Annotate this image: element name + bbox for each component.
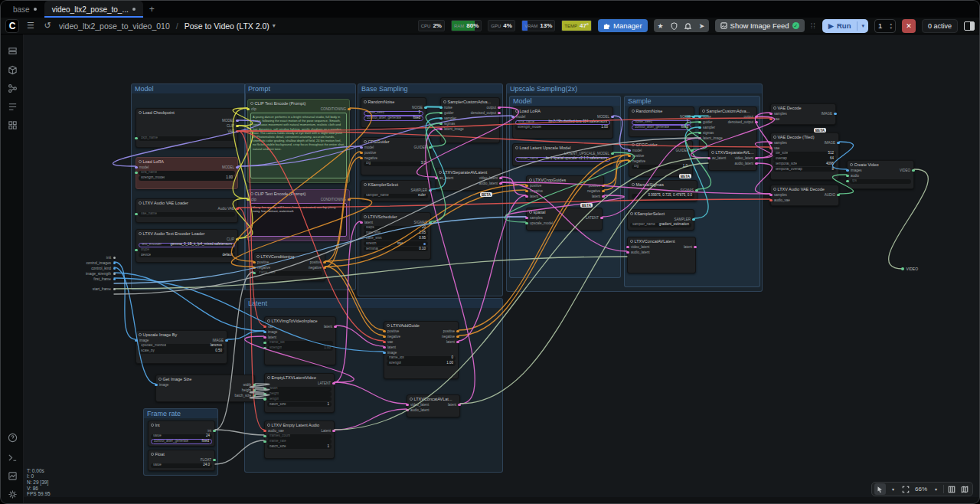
hub-control-images[interactable]: control_images bbox=[74, 261, 111, 265]
collapse-dot-icon[interactable] bbox=[387, 324, 390, 327]
input-port-audio-vae[interactable] bbox=[263, 430, 266, 433]
collapse-dot-icon[interactable] bbox=[439, 171, 442, 174]
widget-batch-size[interactable]: batch_size1 bbox=[267, 402, 332, 407]
widget-input-dot[interactable] bbox=[263, 388, 266, 390]
widget-input-dot[interactable] bbox=[263, 342, 266, 344]
widget-max-shift[interactable]: max_shift2.05 bbox=[364, 231, 428, 235]
input-port-negative[interactable] bbox=[360, 157, 363, 160]
input-port-guider[interactable] bbox=[698, 121, 701, 124]
node-load-latent-upscale-model[interactable]: Load Latent Upscale ModelLATENT_UPSCALE_… bbox=[512, 143, 613, 166]
bell-icon[interactable] bbox=[681, 19, 695, 32]
input-port-positive[interactable] bbox=[525, 185, 528, 188]
node-samplercustomadva[interactable]: SamplerCustomAdva...noiseoutputguiderden… bbox=[440, 97, 500, 143]
hub-port-dot[interactable] bbox=[113, 257, 116, 259]
group-title-model[interactable]: Model bbox=[132, 84, 245, 93]
widget-scale-by[interactable]: scale_by0.50 bbox=[139, 349, 224, 353]
node-ltxv-empty-latent-audio[interactable]: LTXV Empty Latent Audioaudio_vaeLatentfr… bbox=[264, 421, 335, 459]
input-port-vae[interactable] bbox=[769, 118, 773, 121]
widget-control-after-generate[interactable]: control_after_generatefixed bbox=[151, 439, 212, 443]
widget-control-after-generate[interactable]: control_after_generatefixed bbox=[364, 116, 423, 120]
input-port-upscale-model[interactable] bbox=[525, 222, 528, 225]
collapse-dot-icon[interactable] bbox=[151, 424, 154, 427]
panel-toggle-icon[interactable] bbox=[964, 21, 975, 31]
menu-icon[interactable]: ☰ bbox=[25, 21, 36, 31]
widget-fps[interactable]: fps bbox=[850, 179, 911, 184]
input-port-samples[interactable] bbox=[769, 113, 773, 116]
input-port-samples[interactable] bbox=[769, 142, 773, 145]
widget-device[interactable]: devicedefault bbox=[139, 253, 235, 257]
zoom-chevron[interactable]: ▾ bbox=[930, 483, 942, 495]
input-port-negative[interactable] bbox=[525, 190, 528, 193]
widget-0-99975-0-725-0-47875-0-0[interactable]: 0.99975, 0.725, 0.47875, 0.0 bbox=[632, 194, 694, 198]
input-port-latent[interactable] bbox=[525, 195, 528, 198]
pointer-tool-button[interactable] bbox=[874, 483, 886, 495]
collapse-dot-icon[interactable] bbox=[632, 143, 635, 146]
widget-dtype[interactable]: dtype bbox=[139, 247, 235, 252]
hub-port-dot[interactable] bbox=[113, 273, 116, 275]
hub-port-dot[interactable] bbox=[113, 288, 116, 290]
widget-control-after-generate[interactable]: control_after_generatefixed bbox=[632, 125, 691, 129]
widget-noise-seed[interactable]: noise_seed3 bbox=[632, 120, 691, 125]
input-port-audio-vae[interactable] bbox=[769, 199, 773, 202]
input-port-clip[interactable] bbox=[247, 198, 250, 201]
widget-stretch[interactable]: stretchtrue bbox=[364, 241, 428, 246]
queue-icon[interactable] bbox=[6, 100, 18, 113]
input-port-positive[interactable] bbox=[360, 152, 363, 155]
input-port-model[interactable] bbox=[135, 166, 138, 169]
models-icon[interactable] bbox=[6, 64, 18, 76]
node-ksamplerselect[interactable]: KSamplerSelectSAMPLERsampler_nameeuler bbox=[361, 180, 431, 201]
node-randomnoise[interactable]: RandomNoiseNOISEnoise_seed3control_after… bbox=[629, 106, 694, 137]
input-port-positive[interactable] bbox=[628, 155, 631, 158]
widget-temporal-overlap[interactable]: temporal_overlap8 bbox=[773, 167, 836, 172]
widget-length[interactable]: length bbox=[267, 397, 332, 401]
output-port-image[interactable] bbox=[834, 113, 837, 116]
collapse-dot-icon[interactable] bbox=[267, 319, 270, 322]
input-port-negative[interactable] bbox=[253, 267, 256, 270]
input-port-video-latent[interactable] bbox=[626, 246, 629, 249]
node-ltxv-audio-vae-loader[interactable]: LTXV Audio VAE LoaderAudio VAEvae_name bbox=[136, 198, 238, 223]
queue-count-stepper[interactable]: 1 ▴▾ bbox=[874, 19, 896, 33]
hub-port-dot[interactable] bbox=[113, 267, 116, 270]
input-port-guider[interactable] bbox=[439, 112, 443, 115]
collapse-dot-icon[interactable] bbox=[364, 183, 367, 186]
node-float[interactable]: FloatFLOATvalue24.0 bbox=[148, 450, 215, 471]
input-port-latent-image[interactable] bbox=[698, 137, 701, 140]
widget-tile-size[interactable]: tile_size512 bbox=[773, 152, 836, 156]
node-load-lora[interactable]: Load LoRAmodelMODELlora_nameltx-2-19b-di… bbox=[512, 106, 613, 139]
node-load-lora[interactable]: Load LoRAmodelMODELlora_namestrength_mod… bbox=[136, 157, 238, 189]
input-port-images[interactable] bbox=[846, 169, 849, 172]
help-icon[interactable] bbox=[6, 431, 18, 443]
run-options-chevron[interactable]: ▾ bbox=[858, 23, 868, 29]
collapse-dot-icon[interactable] bbox=[632, 110, 635, 113]
group-title-frame-rate[interactable]: Frame rate bbox=[144, 409, 217, 418]
collapse-dot-icon[interactable] bbox=[773, 106, 776, 110]
star-icon[interactable]: ★ bbox=[654, 19, 668, 32]
input-port-negative[interactable] bbox=[383, 335, 386, 339]
input-port-noise[interactable] bbox=[439, 106, 443, 110]
group-title-base-sampling[interactable]: Base Sampling bbox=[358, 84, 502, 93]
widget-frame-rate[interactable]: frame_rate bbox=[256, 271, 322, 276]
undo-icon[interactable]: ↺ bbox=[42, 21, 53, 31]
collapse-dot-icon[interactable] bbox=[850, 163, 853, 166]
input-port-sampler[interactable] bbox=[698, 126, 701, 129]
input-port-image[interactable] bbox=[263, 331, 266, 334]
collapse-dot-icon[interactable] bbox=[410, 398, 413, 401]
node-load-checkpoint[interactable]: Load CheckpointMODELCLIPVAEckpt_name bbox=[136, 108, 238, 148]
templates-icon[interactable] bbox=[6, 119, 18, 131]
breadcrumb[interactable]: video_ltx2_pose_to_video_010 bbox=[59, 21, 170, 31]
input-port-audio[interactable] bbox=[846, 175, 849, 178]
widget-lora-name[interactable]: lora_nameltx-2-19b-distilled-lora-384.sa… bbox=[515, 120, 610, 125]
collapse-dot-icon[interactable] bbox=[630, 212, 633, 215]
zoom-level[interactable]: 66% bbox=[913, 483, 929, 495]
collapse-dot-icon[interactable] bbox=[529, 211, 532, 214]
widget-temporal-size[interactable]: temporal_size4096 bbox=[773, 162, 836, 166]
collapse-dot-icon[interactable] bbox=[702, 110, 705, 113]
collapse-dot-icon[interactable] bbox=[773, 188, 776, 191]
node-emptyltxvlatentvideo[interactable]: EmptyLTXVLatentVideoLATENTwidthheightlen… bbox=[264, 373, 335, 413]
node-randomnoise[interactable]: RandomNoiseNOISEnoise_seed3control_after… bbox=[361, 97, 426, 128]
widget-sampler-name[interactable]: sampler_namegradient_estimation bbox=[630, 223, 691, 227]
collapse-dot-icon[interactable] bbox=[630, 240, 633, 243]
tab-video-ltx2[interactable]: video_ltx2_pose_to_... bbox=[44, 1, 143, 18]
hub-port-dot[interactable] bbox=[113, 262, 116, 264]
group-title-model[interactable]: Model bbox=[510, 97, 620, 106]
